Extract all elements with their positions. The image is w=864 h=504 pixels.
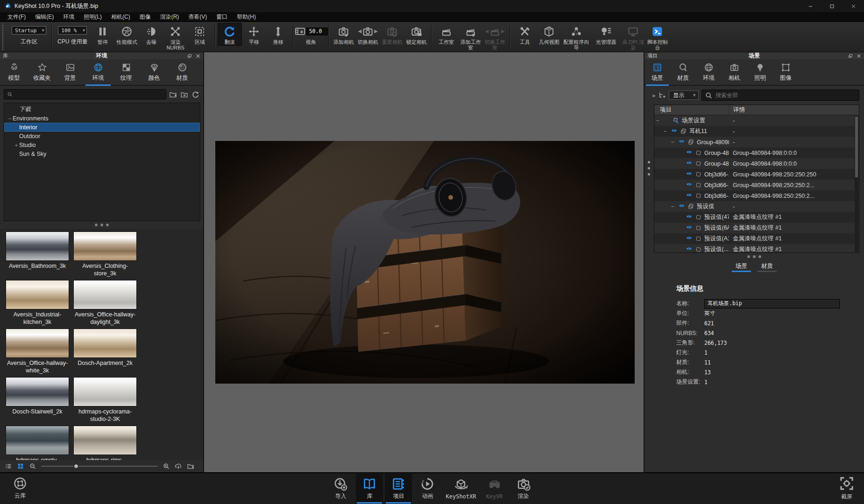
tab-材质[interactable]: 材质 [168, 59, 196, 85]
environment-thumbnail[interactable]: Aversis_Bathroom_3k [6, 231, 69, 277]
prev-arrow-icon[interactable]: ◀ [485, 29, 489, 34]
toolbar-button-denoise[interactable]: 去噪 [139, 23, 163, 46]
scene-tree-row[interactable]: Group-48...Group-480984-998:0:0:0 [654, 158, 859, 169]
visibility-eye-icon[interactable] [685, 193, 694, 199]
environment-thumbnail[interactable]: Aversis_Clothing-store_3k [73, 231, 137, 277]
hdri-preview-image[interactable] [73, 377, 137, 406]
zoom-out-icon[interactable] [29, 462, 36, 470]
project-pager-dots[interactable] [644, 253, 864, 260]
hdri-preview-image[interactable] [73, 231, 137, 261]
toolbar-button-aperture[interactable]: P性能模式 [115, 23, 139, 46]
menu-item[interactable]: 帮助(H) [232, 12, 261, 22]
screenshot-button[interactable]: 截屏 [833, 473, 860, 503]
list-view-icon[interactable] [5, 462, 12, 470]
toolbar-button-camera[interactable]: ◀▶切换相机 [356, 23, 380, 46]
prev-arrow-icon[interactable]: ◀ [358, 29, 361, 34]
environment-thumbnail[interactable]: Aversis_Office-hallway-daylight_3k [73, 280, 137, 326]
tab-材质[interactable]: 材质 [670, 59, 696, 85]
environment-thumbnail[interactable]: Dosch-Apartment_2k [73, 329, 137, 374]
grid-view-icon[interactable] [17, 462, 24, 470]
scene-tree-row[interactable]: −Group-48098...- [654, 137, 859, 147]
tab-收藏夹[interactable]: 收藏夹 [28, 59, 56, 85]
combo-select[interactable]: Startup▼ [12, 26, 46, 35]
visibility-eye-icon[interactable] [685, 225, 694, 231]
environment-thumbnail[interactable]: hdrmaps-rims-storehouse-2-3K [73, 426, 137, 460]
column-header-detail[interactable]: 详情 [729, 105, 859, 115]
toolbar-button-studio[interactable]: ◀▶切换工作室 [483, 23, 507, 51]
maximize-button[interactable] [821, 0, 843, 12]
env-folder-Sun & Sky[interactable]: Sun & Sky [4, 149, 200, 158]
library-search-input[interactable] [4, 89, 166, 99]
toolbar-button-pan[interactable]: 平移 [242, 23, 266, 46]
toolbar-button-light-manager[interactable]: 光管理器 [591, 23, 621, 46]
environment-thumbnail[interactable]: Aversis_Industrial-kitchen_3k [6, 280, 69, 326]
scene-tree-row[interactable]: 预设值(6A...金属漆噪点纹理 #1 [654, 223, 859, 233]
add-folder-icon[interactable] [187, 462, 194, 470]
menu-item[interactable]: 相机(C) [106, 12, 135, 22]
tab-相机[interactable]: 相机 [722, 59, 747, 85]
sub-tab-材质[interactable]: 材质 [758, 261, 776, 272]
env-folder-Outdoor[interactable]: Outdoor [4, 132, 200, 140]
visibility-eye-icon[interactable] [685, 214, 694, 220]
hdri-preview-image[interactable] [73, 329, 137, 358]
folder-plus-icon[interactable] [169, 91, 177, 98]
scene-tree-row[interactable]: 预设值(...金属漆噪点纹理 #1 [654, 244, 859, 253]
tab-模型[interactable]: 模型 [0, 59, 28, 85]
toolbar-drag-handle[interactable] [1, 24, 7, 50]
toolbar-button-camera-lock[interactable]: 锁定相机 [404, 23, 429, 46]
bottom-button-项目[interactable]: 项目 [385, 474, 412, 504]
expand-all-icon[interactable]: » [652, 92, 655, 99]
visibility-eye-icon[interactable] [685, 182, 694, 188]
env-folder-下载[interactable]: 下载 [4, 105, 200, 114]
scene-name-input[interactable]: 耳机场景.bip [704, 299, 840, 308]
environment-thumbnail[interactable]: hdrmaps-cyclorama-studio-2-3K [73, 377, 137, 423]
toolbar-button-tools[interactable]: 工具 [513, 23, 537, 46]
menu-item[interactable]: 查看(V) [184, 12, 212, 22]
toolbar-button-dolly[interactable]: 推移 [266, 23, 290, 46]
toolbar-button-camera-reset[interactable]: 重置相机 [380, 23, 404, 46]
hdri-preview-image[interactable] [6, 426, 69, 455]
column-header-item[interactable]: 项目 [654, 105, 729, 115]
scene-tree-row[interactable]: Group-48...Group-480984-998:0:0:0 [654, 147, 859, 158]
hdri-preview-image[interactable] [73, 426, 137, 455]
toolbar-button-studio-plus[interactable]: 添加工作室 [459, 23, 483, 51]
environment-thumbnail[interactable]: Aversis_Office-hallway-white_3k [6, 329, 69, 374]
bottom-button-导入[interactable]: 导入 [327, 474, 354, 504]
cloud-library-button[interactable]: 云库 [7, 473, 34, 503]
visibility-eye-icon[interactable] [670, 128, 679, 134]
refresh-icon[interactable] [191, 91, 199, 98]
toolbar-button-console[interactable]: 脚本控制台 [645, 23, 670, 51]
float-panel-icon[interactable] [848, 54, 853, 58]
close-panel-icon[interactable] [196, 54, 200, 58]
sub-tab-场景[interactable]: 场景 [733, 261, 750, 272]
folder-link-icon[interactable] [180, 91, 188, 98]
scene-tree-row[interactable]: Obj3d66-...Group-480984-998:250:250:250 [654, 169, 859, 180]
hdri-preview-image[interactable] [73, 280, 137, 309]
combo-select[interactable]: 100 %▼ [58, 26, 87, 35]
visibility-eye-icon[interactable] [685, 246, 694, 252]
tab-场景[interactable]: 场景 [644, 59, 670, 85]
zoom-in-icon[interactable] [163, 462, 170, 470]
toolbar-button-studio[interactable]: 工作室 [434, 23, 459, 46]
menu-item[interactable]: 照明(L) [79, 12, 106, 22]
tab-图像[interactable]: 图像 [773, 59, 799, 85]
bottom-button-动画[interactable]: 动画 [414, 474, 441, 504]
toolbar-button-camera-plus[interactable]: 添加相机 [332, 23, 356, 46]
hdri-preview-image[interactable] [6, 231, 69, 261]
hdri-preview-image[interactable] [6, 377, 69, 406]
scene-tree-scrollbar[interactable] [855, 116, 858, 252]
env-folder-Environments[interactable]: −Environments [4, 114, 200, 123]
menu-item[interactable]: 窗口 [212, 12, 232, 22]
realtime-viewport[interactable] [204, 52, 644, 472]
bottom-button-渲染[interactable]: 渲染 [510, 474, 537, 504]
menu-item[interactable]: 文件(F) [3, 12, 30, 22]
render-image[interactable] [215, 141, 635, 384]
toolbar-button-tumble[interactable]: 翻滚 [218, 23, 242, 46]
tree-add-icon[interactable] [658, 91, 666, 99]
toolbar-button-dpi[interactable]: 高 DPI 渲染 [621, 23, 645, 51]
toolbar-button-pause[interactable]: 暂停 [91, 23, 115, 46]
next-arrow-icon[interactable]: ▶ [374, 29, 378, 34]
scene-tree-row[interactable]: −预设值- [654, 201, 859, 212]
scene-search-input[interactable]: 搜索全部 [701, 90, 859, 101]
fov-input[interactable]: 50.0 [306, 28, 328, 35]
